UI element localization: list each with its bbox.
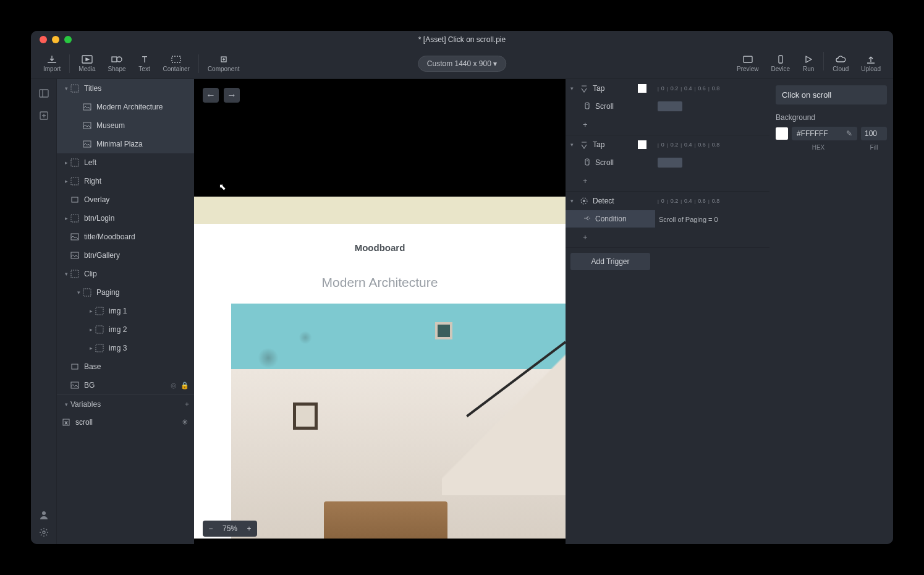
shape-tool[interactable]: Shape [102, 52, 132, 75]
trigger-header[interactable]: ▾ Tap [566, 135, 655, 154]
trigger-swatch[interactable] [638, 140, 646, 149]
chevron-icon[interactable]: ▾ [62, 401, 70, 407]
layer-row[interactable]: btn/Gallery [57, 246, 194, 265]
window-title: * [Asset] Click on scroll.pie [418, 35, 506, 44]
device-tool[interactable]: Device [765, 52, 797, 75]
chevron-icon[interactable]: ▸ [87, 308, 95, 314]
layer-row[interactable]: Museum [57, 116, 194, 135]
component-tool[interactable]: Component [201, 52, 246, 75]
layer-row[interactable]: Minimal Plaza [57, 135, 194, 153]
user-icon[interactable] [38, 509, 49, 521]
variable-name: scroll [75, 418, 93, 427]
device-selector[interactable]: Custom 1440 x 900 ▾ [418, 56, 506, 72]
svg-rect-24 [96, 307, 103, 315]
add-action-button[interactable]: + [566, 229, 655, 245]
tap-icon [579, 83, 589, 93]
layer-row[interactable]: Base [57, 357, 194, 376]
layer-row[interactable]: ▾ Clip [57, 265, 194, 283]
action-label: Scroll [595, 158, 614, 167]
layer-row[interactable]: ▸ Left [57, 153, 194, 172]
chevron-icon[interactable]: ▾ [62, 85, 70, 92]
layer-row[interactable]: Overlay [57, 190, 194, 209]
back-button[interactable]: ← [203, 88, 219, 103]
chevron-icon[interactable]: ▾ [74, 289, 83, 296]
fill-input[interactable]: 100 [861, 127, 887, 140]
svg-rect-4 [172, 56, 180, 62]
timeline-bar[interactable] [658, 101, 682, 111]
tool-label: Container [163, 66, 190, 72]
svg-rect-27 [72, 364, 78, 369]
timeline-bar[interactable] [658, 158, 682, 168]
trigger-name: Detect [593, 197, 614, 205]
debug-icon[interactable]: ✳ [182, 418, 188, 427]
layer-row[interactable]: ▸ btn/Login [57, 209, 194, 228]
artboard-strip [194, 197, 566, 224]
layer-label: img 2 [109, 325, 127, 334]
add-variable-button[interactable]: + [185, 400, 189, 409]
add-action-button[interactable]: + [566, 172, 655, 189]
cursor-icon: ⬉ [219, 182, 226, 192]
trigger-action[interactable]: Scroll [566, 154, 655, 171]
layer-row[interactable]: BG ◎🔒 [57, 376, 194, 394]
trigger-action[interactable]: Scroll [566, 98, 655, 115]
color-swatch[interactable] [776, 127, 788, 140]
layer-row[interactable]: title/Moodboard [57, 228, 194, 246]
trigger-header[interactable]: ▾ Tap [566, 79, 655, 98]
layer-row[interactable]: ▸ Right [57, 172, 194, 190]
visibility-icon[interactable]: ◎ [171, 381, 177, 390]
chevron-icon[interactable]: ▸ [87, 345, 95, 351]
trigger-header[interactable]: ▾ Detect [566, 192, 655, 210]
import-tool[interactable]: Import [37, 52, 67, 75]
cloud-tool[interactable]: Cloud [826, 52, 855, 75]
eyedropper-icon[interactable]: ✎ [846, 129, 852, 138]
settings-icon[interactable] [38, 527, 49, 538]
text-tool[interactable]: T Text [132, 52, 157, 75]
maximize-window-button[interactable] [64, 36, 72, 43]
layer-label: img 1 [109, 307, 127, 315]
minimize-window-button[interactable] [52, 36, 59, 43]
chevron-icon[interactable]: ▾ [62, 271, 70, 277]
layer-row[interactable]: Modern Architecture [57, 98, 194, 116]
chevron-icon[interactable]: ▾ [570, 198, 579, 204]
layer-row[interactable]: ▾ Paging [57, 283, 194, 302]
forward-button[interactable]: → [224, 88, 240, 103]
svg-rect-26 [96, 344, 103, 352]
chevron-icon[interactable]: ▸ [62, 215, 70, 221]
chevron-icon[interactable]: ▸ [87, 326, 95, 333]
chevron-icon[interactable]: ▾ [570, 142, 579, 148]
upload-tool[interactable]: Upload [855, 52, 887, 75]
media-tool[interactable]: Media [72, 52, 101, 75]
container-tool[interactable]: Container [157, 52, 196, 75]
layer-row[interactable]: ▸ img 3 [57, 339, 194, 357]
trigger-swatch[interactable] [638, 84, 646, 93]
zoom-out-button[interactable]: − [203, 521, 219, 537]
separator [198, 54, 199, 73]
chevron-icon[interactable]: ▸ [62, 160, 70, 166]
close-window-button[interactable] [40, 36, 47, 43]
panels-icon[interactable] [38, 88, 49, 99]
layer-row[interactable]: ▸ img 1 [57, 302, 194, 320]
variable-row[interactable]: xscroll✳ [57, 413, 194, 432]
hex-sublabel: HEX [776, 144, 861, 151]
layer-type-icon [83, 288, 91, 297]
trigger-action[interactable]: Condition [566, 210, 655, 228]
layer-row[interactable]: ▾ Titles [57, 79, 194, 98]
add-action-button[interactable]: + [566, 116, 655, 132]
svg-rect-16 [71, 159, 78, 166]
svg-rect-19 [71, 215, 78, 222]
chevron-icon[interactable]: ▾ [570, 85, 579, 92]
preview-tool[interactable]: Preview [731, 52, 765, 75]
tool-label: Media [78, 66, 95, 72]
canvas[interactable]: ← → ⬉ Moodboard Modern Architecture [194, 79, 566, 544]
trigger-name: Tap [593, 140, 604, 149]
add-trigger-button[interactable]: Add Trigger [570, 253, 650, 270]
zoom-in-button[interactable]: + [241, 521, 257, 537]
variables-header[interactable]: ▾Variables+ [57, 394, 194, 413]
add-panel-icon[interactable] [38, 110, 49, 121]
lock-icon[interactable]: 🔒 [180, 381, 189, 390]
run-tool[interactable]: Run [796, 52, 821, 75]
chevron-icon[interactable]: ▸ [62, 178, 70, 184]
layer-type-icon [70, 195, 79, 204]
hex-input[interactable]: #FFFFFF ✎ [792, 127, 857, 140]
layer-row[interactable]: ▸ img 2 [57, 320, 194, 339]
